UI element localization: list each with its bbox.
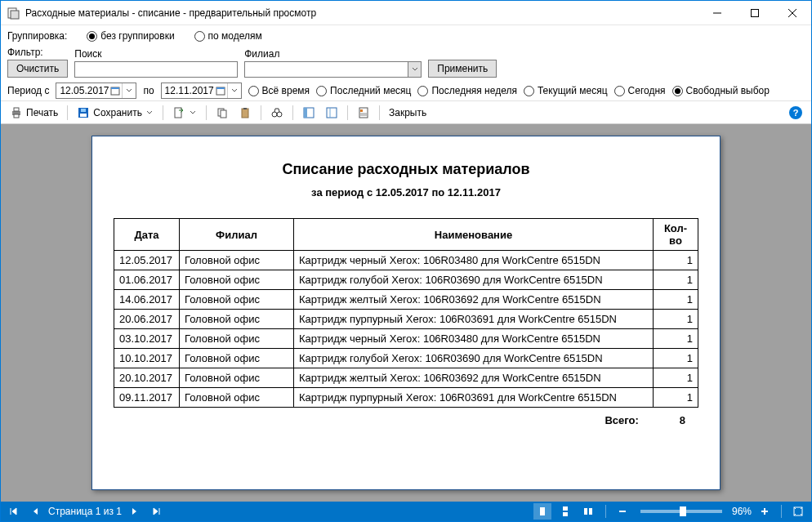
grouping-label: Группировка: bbox=[7, 30, 67, 42]
close-preview-button[interactable]: Закрыть bbox=[385, 104, 431, 122]
cell-qty: 1 bbox=[654, 349, 698, 368]
svg-rect-18 bbox=[221, 110, 226, 118]
chevron-down-icon[interactable] bbox=[189, 109, 197, 116]
zoom-out-button[interactable] bbox=[614, 503, 631, 520]
thumbnails-icon bbox=[325, 106, 338, 119]
period-to-label: по bbox=[143, 85, 154, 96]
cell-date: 20.10.2017 bbox=[114, 368, 180, 388]
cell-branch: Головной офис bbox=[180, 251, 294, 270]
svg-rect-11 bbox=[14, 108, 19, 111]
radio-current-month[interactable]: Текущий месяц bbox=[524, 85, 608, 96]
cell-qty: 1 bbox=[654, 388, 698, 408]
col-branch: Филиал bbox=[180, 219, 294, 251]
zoom-slider[interactable] bbox=[640, 510, 722, 513]
branch-dropdown-icon[interactable] bbox=[408, 61, 422, 78]
zoom-in-button[interactable] bbox=[756, 503, 773, 520]
cell-name: Картридж голубой Xerox: 106R03690 для Wo… bbox=[294, 270, 654, 290]
cell-name: Картридж голубой Xerox: 106R03690 для Wo… bbox=[294, 349, 654, 368]
cell-qty: 1 bbox=[654, 290, 698, 310]
table-row: 09.11.2017Головной офисКартридж пурпурны… bbox=[114, 388, 698, 408]
zoom-value: 96% bbox=[732, 506, 752, 517]
table-row: 14.06.2017Головной офисКартридж желтый X… bbox=[114, 290, 698, 310]
svg-rect-28 bbox=[360, 109, 363, 112]
find-button[interactable] bbox=[266, 104, 288, 122]
minimize-button[interactable] bbox=[698, 1, 736, 25]
zoom-fit-button[interactable] bbox=[790, 503, 806, 520]
save-button[interactable]: Сохранить bbox=[73, 104, 158, 122]
svg-rect-3 bbox=[752, 9, 759, 16]
radio-last-month[interactable]: Последний месяц bbox=[316, 85, 411, 96]
svg-rect-16 bbox=[175, 108, 181, 118]
toolbar: Печать Сохранить bbox=[1, 101, 811, 124]
svg-rect-1 bbox=[11, 11, 19, 19]
print-button[interactable]: Печать bbox=[6, 104, 62, 122]
svg-rect-15 bbox=[81, 109, 86, 112]
copy-button[interactable] bbox=[212, 104, 233, 122]
cell-name: Картридж черный Xerox: 106R03480 для Wor… bbox=[294, 251, 654, 270]
svg-rect-9 bbox=[216, 87, 225, 89]
export-button[interactable] bbox=[168, 104, 201, 122]
svg-rect-12 bbox=[14, 114, 19, 118]
clear-button[interactable]: Очистить bbox=[7, 60, 68, 78]
filter-label: Фильтр: bbox=[7, 47, 68, 58]
radio-last-week[interactable]: Последняя неделя bbox=[417, 85, 516, 96]
svg-rect-7 bbox=[111, 87, 119, 89]
cell-date: 12.05.2017 bbox=[114, 251, 180, 270]
chevron-down-icon[interactable] bbox=[228, 83, 241, 98]
report-page: Списание расходных материалов за период … bbox=[91, 136, 721, 490]
cell-branch: Головной офис bbox=[180, 349, 294, 368]
svg-rect-31 bbox=[540, 507, 545, 515]
continuous-view[interactable] bbox=[556, 503, 574, 520]
titlebar: Расходные материалы - списание - предвар… bbox=[1, 1, 811, 25]
last-page-button[interactable] bbox=[148, 503, 164, 520]
col-date: Дата bbox=[114, 219, 180, 251]
chevron-down-icon[interactable] bbox=[123, 83, 136, 98]
zoom-thumb[interactable] bbox=[680, 506, 686, 516]
close-button[interactable] bbox=[774, 1, 811, 25]
calendar-icon[interactable] bbox=[214, 83, 228, 98]
printer-icon bbox=[10, 106, 23, 119]
thumbnails-button[interactable] bbox=[321, 104, 342, 122]
col-name: Наименование bbox=[294, 219, 654, 251]
save-label: Сохранить bbox=[93, 107, 142, 118]
next-page-button[interactable] bbox=[127, 503, 143, 520]
date-to[interactable]: 12.11.2017 bbox=[161, 83, 242, 99]
calendar-icon[interactable] bbox=[109, 83, 123, 98]
radio-by-models[interactable]: по моделям bbox=[194, 30, 262, 42]
radio-today[interactable]: Сегодня bbox=[614, 85, 666, 96]
branch-combo[interactable] bbox=[244, 61, 422, 78]
page-setup-icon bbox=[357, 106, 370, 119]
search-label: Поиск bbox=[74, 48, 238, 60]
help-button[interactable]: ? bbox=[785, 104, 806, 122]
cell-branch: Головной офис bbox=[180, 290, 294, 310]
binoculars-icon bbox=[270, 106, 283, 119]
radio-by-models-label: по моделям bbox=[208, 30, 262, 42]
window-title: Расходные материалы - списание - предвар… bbox=[25, 7, 698, 19]
maximize-button[interactable] bbox=[736, 1, 774, 25]
chevron-down-icon[interactable] bbox=[145, 109, 154, 116]
cell-name: Картридж желтый Xerox: 106R03692 для Wor… bbox=[294, 290, 654, 310]
report-table: Дата Филиал Наименование Кол-во 12.05.20… bbox=[114, 218, 698, 408]
page-setup-button[interactable] bbox=[353, 104, 374, 122]
search-input[interactable] bbox=[74, 61, 238, 78]
col-qty: Кол-во bbox=[654, 219, 698, 251]
multi-page-view[interactable] bbox=[579, 503, 597, 520]
prev-page-button[interactable] bbox=[27, 503, 43, 520]
cell-qty: 1 bbox=[654, 270, 698, 290]
branch-label: Филиал bbox=[244, 48, 422, 60]
radio-free-choice[interactable]: Свободный выбор bbox=[672, 85, 770, 96]
first-page-button[interactable] bbox=[6, 503, 22, 520]
statusbar: Страница 1 из 1 96% bbox=[1, 502, 811, 521]
total-value: 8 bbox=[680, 414, 685, 426]
single-page-view[interactable] bbox=[533, 503, 551, 520]
radio-all-time[interactable]: Всё время bbox=[248, 85, 310, 96]
table-row: 03.10.2017Головной офисКартридж черный X… bbox=[114, 329, 698, 349]
date-from[interactable]: 12.05.2017 bbox=[56, 83, 136, 99]
paste-button[interactable] bbox=[234, 104, 256, 122]
svg-point-21 bbox=[272, 112, 277, 117]
report-subtitle: за период с 12.05.2017 по 12.11.2017 bbox=[114, 186, 698, 199]
branch-input[interactable] bbox=[244, 61, 408, 78]
apply-button[interactable]: Применить bbox=[428, 60, 497, 78]
outline-button[interactable] bbox=[298, 104, 319, 122]
radio-no-grouping[interactable]: без группировки bbox=[87, 30, 174, 42]
